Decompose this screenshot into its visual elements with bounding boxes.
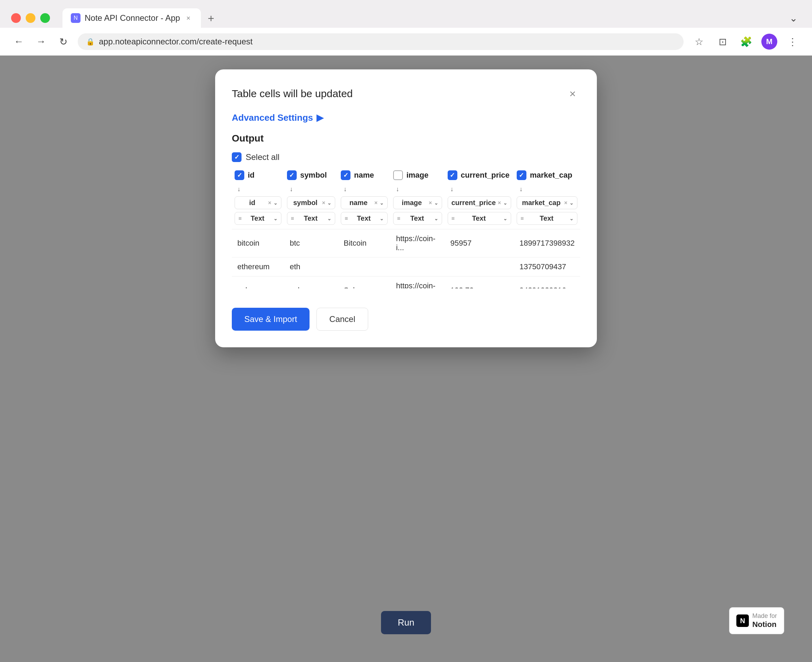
table-body: bitcoin btc Bitcoin https://coin-i... 95… [232, 229, 580, 289]
made-for-notion-badge: N Made for Notion [729, 607, 784, 634]
cell-image-bitcoin: https://coin-i... [391, 229, 445, 257]
reload-button[interactable]: ↻ [56, 34, 71, 49]
cell-symbol-ethereum: eth [284, 257, 338, 276]
field-clear-image[interactable]: × [429, 200, 432, 206]
type-lines-icon-image: ≡ [397, 215, 400, 222]
table-row: solana sol Solana https://coin-i... 193.… [232, 276, 580, 289]
notion-icon: N [736, 614, 749, 627]
col-name-symbol: symbol [300, 171, 327, 180]
browser-chrome: N Note API Connector - App × + ⌄ ← → ↻ 🔒… [0, 0, 812, 56]
save-import-button[interactable]: Save & Import [232, 308, 310, 331]
checkbox-col-id[interactable] [235, 170, 244, 180]
address-bar[interactable]: 🔒 app.noteapiconnector.com/create-reques… [78, 33, 683, 50]
field-chevron-image[interactable]: ⌄ [434, 200, 438, 206]
checkbox-col-symbol[interactable] [287, 170, 297, 180]
advanced-settings-label: Advanced Settings [232, 112, 313, 123]
select-all-label: Select all [246, 152, 279, 162]
type-select-name[interactable]: ≡ Text ⌄ [341, 212, 388, 225]
field-input-symbol[interactable]: symbol × ⌄ [287, 196, 335, 209]
field-input-current-price[interactable]: current_price × ⌄ [448, 196, 511, 209]
type-chevron-symbol[interactable]: ⌄ [327, 216, 331, 221]
cell-id-bitcoin: bitcoin [232, 229, 284, 257]
type-select-id[interactable]: ≡ Text ⌄ [235, 212, 281, 225]
type-lines-icon-current-price: ≡ [452, 215, 455, 222]
checkbox-col-market-cap[interactable] [517, 170, 526, 180]
checkbox-col-name[interactable] [341, 170, 351, 180]
field-chevron-market-cap[interactable]: ⌄ [569, 200, 574, 206]
table-row: bitcoin btc Bitcoin https://coin-i... 95… [232, 229, 580, 257]
type-chevron-id[interactable]: ⌄ [273, 216, 278, 221]
field-clear-id[interactable]: × [268, 200, 271, 206]
modal-close-button[interactable]: × [565, 86, 580, 101]
field-input-name[interactable]: name × ⌄ [341, 196, 388, 209]
type-lines-icon-symbol: ≡ [291, 215, 294, 222]
select-all-row: Select all [232, 152, 580, 162]
checkbox-col-current-price[interactable] [448, 170, 457, 180]
field-input-id[interactable]: id × ⌄ [235, 196, 281, 209]
cell-name-ethereum [338, 257, 391, 276]
bookmark-button[interactable]: ☆ [691, 33, 707, 50]
output-section-title: Output [232, 133, 580, 144]
field-chevron-symbol[interactable]: ⌄ [327, 200, 331, 206]
extensions-button[interactable]: 🧩 [738, 33, 754, 50]
cell-image-ethereum: https://coin-images.coingecko.com/coins/… [391, 257, 445, 276]
type-select-symbol[interactable]: ≡ Text ⌄ [287, 212, 335, 225]
field-chevron-current-price[interactable]: ⌄ [503, 200, 507, 206]
modal-footer: Save & Import Cancel [232, 299, 580, 331]
col-header-symbol: symbol ↓ symbol × ⌄ ≡ Text [284, 170, 338, 229]
col-header-current-price: current_price ↓ current_price × ⌄ ≡ [445, 170, 514, 229]
type-lines-icon-name: ≡ [344, 215, 348, 222]
select-all-checkbox[interactable] [232, 152, 241, 162]
field-clear-symbol[interactable]: × [322, 200, 325, 206]
col-header-id: id ↓ id × ⌄ ≡ Text [232, 170, 284, 229]
minimize-traffic-light[interactable] [26, 13, 35, 23]
modal-header: Table cells will be updated × [232, 86, 580, 101]
cell-mcap-ethereum: 13750709437 [514, 257, 580, 276]
field-chevron-name[interactable]: ⌄ [379, 200, 384, 206]
type-select-market-cap[interactable]: ≡ Text ⌄ [517, 212, 577, 225]
checkbox-col-image[interactable] [393, 170, 403, 180]
run-area: Run N Made for Notion [0, 611, 812, 634]
tab-title: Note API Connector - App [85, 13, 180, 23]
field-clear-market-cap[interactable]: × [564, 200, 568, 206]
forward-button[interactable]: → [33, 34, 48, 49]
type-chevron-current-price[interactable]: ⌄ [503, 216, 507, 221]
field-chevron-id[interactable]: ⌄ [273, 200, 278, 206]
field-clear-current-price[interactable]: × [498, 200, 501, 206]
advanced-settings-toggle[interactable]: Advanced Settings ▶ [232, 112, 580, 123]
arrow-down-id: ↓ [237, 186, 241, 193]
col-header-image: image ↓ image × ⌄ ≡ Text [391, 170, 445, 229]
tab-close-button[interactable]: × [184, 14, 193, 22]
browser-content: Table cells will be updated × Advanced S… [0, 56, 812, 662]
col-name-current-price: current_price [461, 171, 510, 180]
back-button[interactable]: ← [11, 34, 26, 49]
new-tab-button[interactable]: + [202, 10, 220, 28]
type-lines-icon-market-cap: ≡ [521, 215, 524, 222]
cancel-button[interactable]: Cancel [317, 308, 368, 331]
type-chevron-name[interactable]: ⌄ [379, 216, 384, 221]
cell-mcap-bitcoin: 1899717398932 [514, 229, 580, 257]
advanced-settings-arrow-icon: ▶ [317, 112, 323, 123]
close-traffic-light[interactable] [11, 13, 21, 23]
cell-price-bitcoin: 95957 [445, 229, 514, 257]
field-clear-name[interactable]: × [375, 200, 378, 206]
fullscreen-traffic-light[interactable] [40, 13, 50, 23]
title-bar: N Note API Connector - App × + ⌄ [0, 0, 812, 28]
col-name-image: image [406, 171, 429, 180]
col-name-id: id [248, 171, 255, 180]
user-avatar[interactable]: M [761, 34, 777, 50]
type-chevron-market-cap[interactable]: ⌄ [569, 216, 574, 221]
menu-button[interactable]: ⋮ [784, 33, 801, 50]
field-input-market-cap[interactable]: market_cap × ⌄ [517, 196, 577, 209]
col-name-market-cap: market_cap [530, 171, 572, 180]
cell-name-bitcoin: Bitcoin [338, 229, 391, 257]
reader-button[interactable]: ⊡ [714, 33, 731, 50]
active-tab[interactable]: N Note API Connector - App × [63, 8, 201, 28]
arrow-down-current-price: ↓ [450, 186, 453, 193]
type-select-current-price[interactable]: ≡ Text ⌄ [448, 212, 511, 225]
type-select-image[interactable]: ≡ Text ⌄ [393, 212, 442, 225]
type-chevron-image[interactable]: ⌄ [434, 216, 438, 221]
run-button[interactable]: Run [381, 611, 431, 634]
field-input-image[interactable]: image × ⌄ [393, 196, 442, 209]
more-options-button[interactable]: ⌄ [786, 10, 801, 26]
